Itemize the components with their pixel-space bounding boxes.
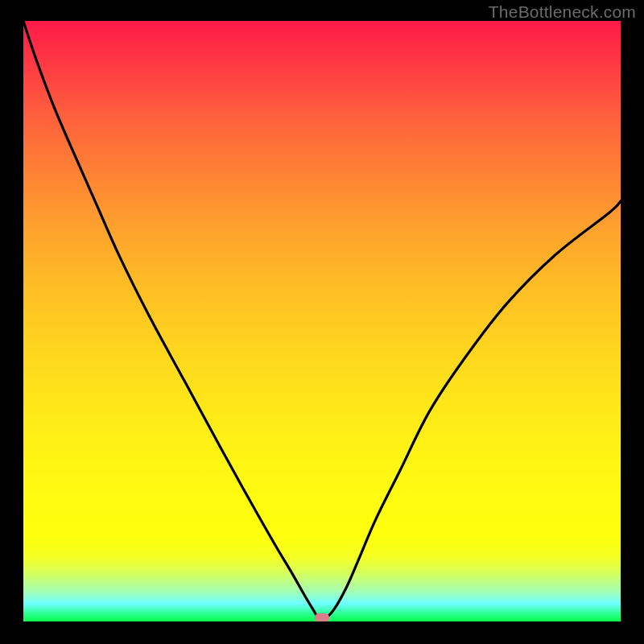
bottleneck-curve <box>23 21 621 621</box>
optimal-point-marker <box>315 613 329 621</box>
watermark-text: TheBottleneck.com <box>489 2 636 22</box>
plot-area <box>23 21 621 621</box>
chart-frame: TheBottleneck.com <box>0 0 644 644</box>
